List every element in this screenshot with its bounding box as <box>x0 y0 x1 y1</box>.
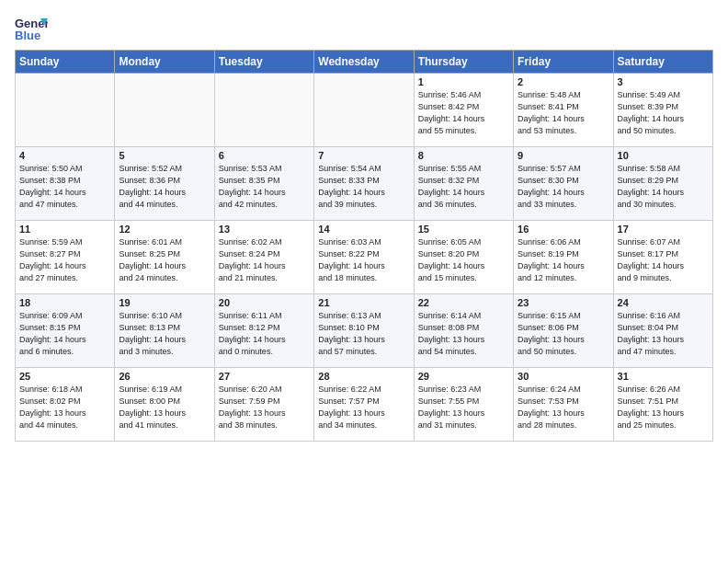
day-cell: 17Sunrise: 6:07 AM Sunset: 8:17 PM Dayli… <box>613 221 712 294</box>
day-number: 24 <box>618 297 709 308</box>
day-cell: 21Sunrise: 6:13 AM Sunset: 8:10 PM Dayli… <box>314 294 414 368</box>
day-cell: 31Sunrise: 6:26 AM Sunset: 7:51 PM Dayli… <box>613 368 712 442</box>
day-info: Sunrise: 6:03 AM Sunset: 8:22 PM Dayligh… <box>318 236 409 284</box>
weekday-header-row: SundayMondayTuesdayWednesdayThursdayFrid… <box>16 51 713 74</box>
day-cell: 7Sunrise: 5:54 AM Sunset: 8:33 PM Daylig… <box>314 147 414 221</box>
day-cell: 29Sunrise: 6:23 AM Sunset: 7:55 PM Dayli… <box>414 368 513 442</box>
day-cell <box>214 74 313 147</box>
day-cell: 20Sunrise: 6:11 AM Sunset: 8:12 PM Dayli… <box>214 294 313 368</box>
day-number: 20 <box>219 297 310 308</box>
day-cell <box>16 74 115 147</box>
day-number: 15 <box>418 224 509 235</box>
day-number: 25 <box>19 371 110 382</box>
day-number: 30 <box>518 371 609 382</box>
day-info: Sunrise: 6:26 AM Sunset: 7:51 PM Dayligh… <box>618 384 709 431</box>
svg-text:Blue: Blue <box>15 29 40 42</box>
day-number: 28 <box>318 371 409 382</box>
logo-icon: General Blue <box>15 15 48 42</box>
day-info: Sunrise: 6:20 AM Sunset: 7:59 PM Dayligh… <box>219 384 310 431</box>
weekday-header-thursday: Thursday <box>414 51 513 74</box>
week-row-1: 1Sunrise: 5:46 AM Sunset: 8:42 PM Daylig… <box>16 74 713 147</box>
day-number: 27 <box>219 371 310 382</box>
day-info: Sunrise: 5:49 AM Sunset: 8:39 PM Dayligh… <box>618 89 709 137</box>
day-number: 26 <box>119 371 210 382</box>
day-info: Sunrise: 5:58 AM Sunset: 8:29 PM Dayligh… <box>618 163 709 211</box>
day-info: Sunrise: 6:10 AM Sunset: 8:13 PM Dayligh… <box>119 310 210 358</box>
day-info: Sunrise: 6:18 AM Sunset: 8:02 PM Dayligh… <box>19 384 110 431</box>
day-cell: 24Sunrise: 6:16 AM Sunset: 8:04 PM Dayli… <box>613 294 712 368</box>
day-cell: 8Sunrise: 5:55 AM Sunset: 8:32 PM Daylig… <box>414 147 513 221</box>
day-cell: 12Sunrise: 6:01 AM Sunset: 8:25 PM Dayli… <box>115 221 214 294</box>
day-cell: 5Sunrise: 5:52 AM Sunset: 8:36 PM Daylig… <box>115 147 214 221</box>
day-cell: 27Sunrise: 6:20 AM Sunset: 7:59 PM Dayli… <box>214 368 313 442</box>
day-cell <box>314 74 414 147</box>
day-cell: 9Sunrise: 5:57 AM Sunset: 8:30 PM Daylig… <box>514 147 613 221</box>
day-number: 13 <box>219 224 310 235</box>
header: General Blue <box>15 15 713 42</box>
calendar-table: SundayMondayTuesdayWednesdayThursdayFrid… <box>15 50 713 442</box>
day-number: 2 <box>518 76 609 87</box>
day-info: Sunrise: 6:19 AM Sunset: 8:00 PM Dayligh… <box>119 384 210 431</box>
day-cell: 1Sunrise: 5:46 AM Sunset: 8:42 PM Daylig… <box>414 74 513 147</box>
week-row-3: 11Sunrise: 5:59 AM Sunset: 8:27 PM Dayli… <box>16 221 713 294</box>
day-info: Sunrise: 5:50 AM Sunset: 8:38 PM Dayligh… <box>19 163 110 211</box>
day-cell <box>115 74 214 147</box>
day-info: Sunrise: 5:53 AM Sunset: 8:35 PM Dayligh… <box>219 163 310 211</box>
day-cell: 28Sunrise: 6:22 AM Sunset: 7:57 PM Dayli… <box>314 368 414 442</box>
weekday-header-monday: Monday <box>115 51 214 74</box>
weekday-header-tuesday: Tuesday <box>214 51 313 74</box>
day-number: 10 <box>618 150 709 161</box>
day-cell: 25Sunrise: 6:18 AM Sunset: 8:02 PM Dayli… <box>16 368 115 442</box>
day-cell: 16Sunrise: 6:06 AM Sunset: 8:19 PM Dayli… <box>514 221 613 294</box>
day-info: Sunrise: 5:48 AM Sunset: 8:41 PM Dayligh… <box>518 89 609 137</box>
day-info: Sunrise: 5:54 AM Sunset: 8:33 PM Dayligh… <box>318 163 409 211</box>
day-number: 7 <box>318 150 409 161</box>
day-number: 1 <box>418 76 509 87</box>
day-cell: 11Sunrise: 5:59 AM Sunset: 8:27 PM Dayli… <box>16 221 115 294</box>
logo: General Blue <box>15 15 48 42</box>
day-cell: 23Sunrise: 6:15 AM Sunset: 8:06 PM Dayli… <box>514 294 613 368</box>
day-info: Sunrise: 6:09 AM Sunset: 8:15 PM Dayligh… <box>19 310 110 358</box>
day-info: Sunrise: 6:14 AM Sunset: 8:08 PM Dayligh… <box>418 310 509 358</box>
day-info: Sunrise: 6:06 AM Sunset: 8:19 PM Dayligh… <box>518 236 609 284</box>
day-number: 4 <box>19 150 110 161</box>
day-number: 14 <box>318 224 409 235</box>
weekday-header-saturday: Saturday <box>613 51 712 74</box>
day-cell: 4Sunrise: 5:50 AM Sunset: 8:38 PM Daylig… <box>16 147 115 221</box>
day-number: 3 <box>618 76 709 87</box>
day-info: Sunrise: 6:13 AM Sunset: 8:10 PM Dayligh… <box>318 310 409 358</box>
day-number: 22 <box>418 297 509 308</box>
day-number: 29 <box>418 371 509 382</box>
day-info: Sunrise: 6:02 AM Sunset: 8:24 PM Dayligh… <box>219 236 310 284</box>
day-cell: 2Sunrise: 5:48 AM Sunset: 8:41 PM Daylig… <box>514 74 613 147</box>
day-cell: 19Sunrise: 6:10 AM Sunset: 8:13 PM Dayli… <box>115 294 214 368</box>
day-info: Sunrise: 5:52 AM Sunset: 8:36 PM Dayligh… <box>119 163 210 211</box>
day-number: 8 <box>418 150 509 161</box>
day-cell: 14Sunrise: 6:03 AM Sunset: 8:22 PM Dayli… <box>314 221 414 294</box>
day-number: 16 <box>518 224 609 235</box>
week-row-2: 4Sunrise: 5:50 AM Sunset: 8:38 PM Daylig… <box>16 147 713 221</box>
day-cell: 3Sunrise: 5:49 AM Sunset: 8:39 PM Daylig… <box>613 74 712 147</box>
day-info: Sunrise: 5:57 AM Sunset: 8:30 PM Dayligh… <box>518 163 609 211</box>
day-number: 9 <box>518 150 609 161</box>
day-cell: 22Sunrise: 6:14 AM Sunset: 8:08 PM Dayli… <box>414 294 513 368</box>
day-cell: 6Sunrise: 5:53 AM Sunset: 8:35 PM Daylig… <box>214 147 313 221</box>
day-info: Sunrise: 6:01 AM Sunset: 8:25 PM Dayligh… <box>119 236 210 284</box>
day-number: 23 <box>518 297 609 308</box>
weekday-header-sunday: Sunday <box>16 51 115 74</box>
day-number: 6 <box>219 150 310 161</box>
day-info: Sunrise: 6:11 AM Sunset: 8:12 PM Dayligh… <box>219 310 310 358</box>
day-info: Sunrise: 5:55 AM Sunset: 8:32 PM Dayligh… <box>418 163 509 211</box>
day-info: Sunrise: 6:23 AM Sunset: 7:55 PM Dayligh… <box>418 384 509 431</box>
day-number: 19 <box>119 297 210 308</box>
day-number: 5 <box>119 150 210 161</box>
day-info: Sunrise: 6:24 AM Sunset: 7:53 PM Dayligh… <box>518 384 609 431</box>
day-info: Sunrise: 6:15 AM Sunset: 8:06 PM Dayligh… <box>518 310 609 358</box>
day-cell: 30Sunrise: 6:24 AM Sunset: 7:53 PM Dayli… <box>514 368 613 442</box>
week-row-5: 25Sunrise: 6:18 AM Sunset: 8:02 PM Dayli… <box>16 368 713 442</box>
day-cell: 15Sunrise: 6:05 AM Sunset: 8:20 PM Dayli… <box>414 221 513 294</box>
day-info: Sunrise: 6:22 AM Sunset: 7:57 PM Dayligh… <box>318 384 409 431</box>
day-info: Sunrise: 6:05 AM Sunset: 8:20 PM Dayligh… <box>418 236 509 284</box>
day-number: 21 <box>318 297 409 308</box>
day-info: Sunrise: 6:07 AM Sunset: 8:17 PM Dayligh… <box>618 236 709 284</box>
